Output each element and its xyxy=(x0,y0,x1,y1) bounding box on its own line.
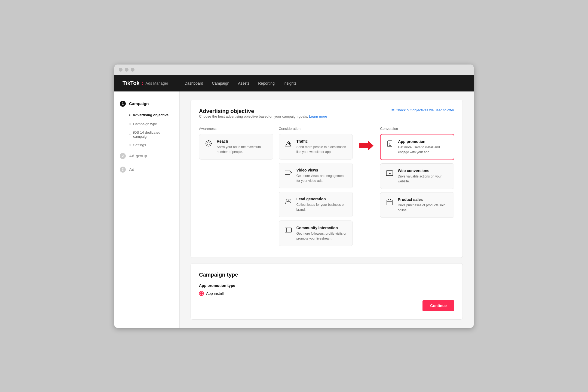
svg-point-0 xyxy=(206,141,211,146)
advertising-objective-title: Advertising objective xyxy=(199,108,327,114)
video-views-name: Video views xyxy=(296,168,348,172)
svg-point-1 xyxy=(207,142,210,145)
sidebar-campaign-label: Campaign xyxy=(129,101,149,106)
svg-rect-8 xyxy=(285,170,290,174)
logo-tiktok-text: TikTok xyxy=(122,80,140,86)
app-promotion-name: App promotion xyxy=(398,139,449,144)
traffic-icon xyxy=(284,139,293,148)
conversion-column: Conversion App xyxy=(380,127,454,249)
community-interaction-card[interactable]: Community interaction Get more followers… xyxy=(279,220,353,246)
svg-marker-16 xyxy=(359,141,373,151)
sidebar-adgroup-step[interactable]: 2 Ad group xyxy=(114,149,179,163)
nav-reporting[interactable]: Reporting xyxy=(258,79,275,88)
nav-items: Dashboard Campaign Assets Reporting Insi… xyxy=(185,79,296,88)
video-views-content: Video views Get more views and engagemen… xyxy=(296,168,348,183)
conversion-header: Conversion xyxy=(380,127,454,131)
section-title-group: Advertising objective Choose the best ad… xyxy=(199,108,327,125)
svg-point-10 xyxy=(286,199,288,201)
arrow-container xyxy=(358,127,375,249)
community-interaction-desc: Get more followers, profile visits or pr… xyxy=(296,231,348,241)
nav-insights[interactable]: Insights xyxy=(283,79,296,88)
logo: TikTok : Ads Manager xyxy=(122,80,168,86)
web-conversions-card[interactable]: Web conversions Drive valuable actions o… xyxy=(380,163,454,189)
sidebar-campaign-subitems: Advertising objective Campaign type iOS … xyxy=(114,111,179,149)
web-conversions-name: Web conversions xyxy=(398,169,449,173)
sidebar-step-1: 1 Campaign Advertising objective Campaig… xyxy=(114,97,179,149)
lead-generation-content: Lead generation Collect leads for your b… xyxy=(296,197,348,212)
sync-icon: ⇄ xyxy=(391,108,394,112)
sidebar-settings[interactable]: Settings xyxy=(129,141,179,149)
sidebar-advertising-objective-label: Advertising objective xyxy=(133,113,169,117)
product-sales-name: Product sales xyxy=(398,197,449,202)
sidebar-campaign-step[interactable]: 1 Campaign xyxy=(114,97,179,111)
lead-generation-desc: Collect leads for your business or brand… xyxy=(296,202,348,212)
top-nav: TikTok : Ads Manager Dashboard Campaign … xyxy=(114,75,474,91)
sidebar-campaign-type-label: Campaign type xyxy=(133,122,157,126)
nav-campaign[interactable]: Campaign xyxy=(212,79,229,88)
reach-content: Reach Show your ad to the maximum number… xyxy=(217,139,268,154)
svg-point-11 xyxy=(289,199,291,201)
traffic-card[interactable]: Traffic Send more people to a destinatio… xyxy=(279,134,353,160)
step-badge-1: 1 xyxy=(120,101,126,107)
sidebar-settings-label: Settings xyxy=(133,143,146,147)
community-interaction-icon xyxy=(284,226,293,234)
nav-assets[interactable]: Assets xyxy=(238,79,249,88)
app-install-label: App install xyxy=(206,291,224,296)
reach-name: Reach xyxy=(217,139,268,143)
step-badge-2: 2 xyxy=(120,153,126,159)
sidebar: 1 Campaign Advertising objective Campaig… xyxy=(114,91,180,328)
traffic-desc: Send more people to a destination like y… xyxy=(296,145,348,154)
section-header: Advertising objective Choose the best ad… xyxy=(199,108,454,125)
reach-card[interactable]: Reach Show your ad to the maximum number… xyxy=(199,134,273,160)
learn-more-link[interactable]: Learn more xyxy=(309,114,327,118)
step-badge-3: 3 xyxy=(120,167,126,173)
traffic-content: Traffic Send more people to a destinatio… xyxy=(296,139,348,154)
traffic-name: Traffic xyxy=(296,139,348,143)
check-objectives-link[interactable]: ⇄ Check out objectives we used to offer xyxy=(391,108,454,112)
red-arrow-icon xyxy=(359,140,373,151)
svg-rect-23 xyxy=(387,200,392,205)
sidebar-ios14[interactable]: iOS 14 dedicated campaign xyxy=(129,128,179,141)
campaign-type-section: Campaign type App promotion type App ins… xyxy=(191,263,463,320)
app-promotion-content: App promotion Get more users to install … xyxy=(398,139,449,155)
web-conversions-icon xyxy=(385,169,394,177)
advertising-objective-section: Advertising objective Choose the best ad… xyxy=(191,100,463,258)
sidebar-ad-step[interactable]: 3 Ad xyxy=(114,163,179,176)
consideration-column: Consideration T xyxy=(279,127,353,249)
lead-generation-icon xyxy=(284,197,293,206)
community-interaction-content: Community interaction Get more followers… xyxy=(296,226,348,241)
browser-window: TikTok : Ads Manager Dashboard Campaign … xyxy=(114,65,474,328)
browser-dot-red xyxy=(119,68,122,72)
awareness-header: Awareness xyxy=(199,127,273,131)
reach-desc: Show your ad to the maximum number of pe… xyxy=(217,145,268,154)
lead-generation-card[interactable]: Lead generation Collect leads for your b… xyxy=(279,192,353,217)
lead-generation-name: Lead generation xyxy=(296,197,348,201)
continue-button[interactable]: Continue xyxy=(422,300,454,311)
web-conversions-desc: Drive valuable actions on your website. xyxy=(398,174,449,184)
product-sales-icon xyxy=(385,197,394,206)
web-conversions-content: Web conversions Drive valuable actions o… xyxy=(398,169,449,184)
sidebar-step-3: 3 Ad xyxy=(114,163,179,176)
consideration-header: Consideration xyxy=(279,127,353,131)
browser-chrome xyxy=(114,65,474,75)
app-promotion-card[interactable]: App promotion Get more users to install … xyxy=(380,134,454,160)
footer-area: Continue xyxy=(199,296,454,311)
svg-marker-9 xyxy=(290,171,292,173)
app-promotion-type-label: App promotion type xyxy=(199,283,454,288)
awareness-column: Awareness Reach xyxy=(199,127,273,249)
sidebar-advertising-objective[interactable]: Advertising objective xyxy=(129,111,179,120)
product-sales-card[interactable]: Product sales Drive purchases of product… xyxy=(380,192,454,218)
sidebar-campaign-type[interactable]: Campaign type xyxy=(129,120,179,128)
nav-dashboard[interactable]: Dashboard xyxy=(185,79,203,88)
video-views-desc: Get more views and engagement for your v… xyxy=(296,173,348,183)
app-install-option[interactable]: App install xyxy=(199,291,454,296)
logo-subtitle: Ads Manager xyxy=(146,81,168,85)
advertising-objective-subtitle: Choose the best advertising objective ba… xyxy=(199,114,327,118)
browser-dot-yellow xyxy=(125,68,128,72)
sidebar-ad-label: Ad xyxy=(129,167,134,172)
app-install-radio[interactable] xyxy=(199,291,204,296)
logo-colon: : xyxy=(142,80,143,86)
video-views-card[interactable]: Video views Get more views and engagemen… xyxy=(279,163,353,188)
sidebar-ios14-label: iOS 14 dedicated campaign xyxy=(133,130,174,139)
product-sales-desc: Drive purchases of products sold online. xyxy=(398,203,449,213)
